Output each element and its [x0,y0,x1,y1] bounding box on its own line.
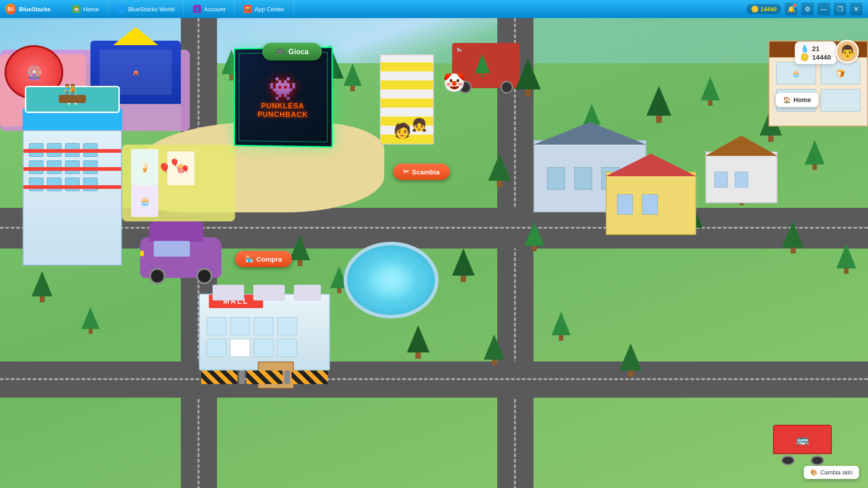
tree-25 [484,334,505,366]
bluestacks-logo[interactable]: BS BlueStacks [0,4,63,14]
buy-label: Compra [256,255,282,263]
stats-panel: 💧 21 🪙 14440 [795,42,836,64]
cambia-skin-icon: 🎨 [810,469,817,476]
hospital-body [23,130,122,266]
food-stall-3: 🧁 [131,185,158,217]
person-2: 👧 [411,117,427,132]
buy-icon: 🏪 [245,255,254,263]
house-2 [606,154,696,235]
tree-14 [289,235,310,266]
tree-10 [701,77,720,106]
balloon-2: 🎈 [170,158,179,168]
tree-3 [344,63,362,91]
home-map-button[interactable]: 🏠 Home [776,93,818,107]
tree-4 [475,54,490,78]
play-button-icon: 🎮 [276,47,285,56]
tab-world-label: BlueStacks World [128,6,175,13]
coins-value: 14440 [760,6,777,13]
tab-home[interactable]: 🏠 Home [63,0,108,18]
tab-app-center[interactable]: 📦 App Center [235,0,294,18]
balloon-1: 🎈 [158,163,170,174]
bluestacks-icon: BS [5,4,16,14]
car-body [140,237,222,278]
car-wheel-right [196,268,212,284]
gem-icon: 💧 [800,44,809,53]
tab-bluestacks-world[interactable]: 🌐 BlueStacks World [108,0,184,18]
tree-5 [515,59,541,97]
purple-car [140,237,222,278]
exchange-button[interactable]: ✂ Scambia [393,164,450,180]
tab-appcenter-label: App Center [255,6,284,13]
person-1: 🧑 [393,122,411,139]
coin-icon-stats: 🪙 [800,53,809,61]
notification-dot [793,4,797,7]
bluestacks-label: BlueStacks [19,6,51,13]
tree-7 [524,221,544,251]
tree-9 [646,86,671,123]
house-3 [705,136,778,203]
restore-button[interactable]: ❐ [834,3,846,15]
tree-12 [805,140,825,170]
gems-value: 21 [812,45,820,52]
cambia-skin-button[interactable]: 🎨 Cambia skin [804,466,859,479]
settings-button[interactable]: ⚙ [801,3,814,15]
coins-value-stats: 14440 [812,53,831,61]
clown-figure: 🤡 [443,72,466,94]
road-horizontal-bottom [0,361,868,398]
game-cube[interactable]: 👾 PUNKLESAPUNCHBACK [234,47,333,148]
game-canvas: 🎡 🎪 🍦 🍿 🧁 🎈 🎈 🎈 H [0,18,868,488]
coins-badge: 🪙 14440 [746,4,781,14]
tree-21 [836,244,856,274]
tree-22 [32,271,52,302]
exchange-label: Scambia [412,168,440,176]
construction-barriers [201,371,328,384]
home-map-label: Home [793,96,811,103]
play-button[interactable]: 🎮 Gioca [262,43,322,61]
tab-home-label: Home [83,6,99,13]
car-wheel-left [149,268,165,284]
tree-24 [407,325,429,359]
tab-account[interactable]: 👤 Account [184,0,235,18]
avatar-emoji: 👨 [840,44,855,59]
world-tab-icon: 🌐 [118,5,126,13]
gems-row: 💧 21 [800,44,831,53]
close-button[interactable]: ✕ [850,3,863,15]
pool [344,242,439,319]
cambia-skin-label: Cambia skin [820,469,853,476]
balloon-3: 🎈 [181,165,190,174]
tab-account-label: Account [204,6,225,13]
tree-20 [782,221,804,253]
player-avatar[interactable]: 👨 [835,40,859,63]
appcenter-tab-icon: 📦 [244,5,252,13]
account-tab-icon: 👤 [193,5,201,13]
buy-button[interactable]: 🏪 Compra [235,251,292,267]
tree-23 [81,307,99,334]
tree-16 [452,249,475,282]
taskbar: BS BlueStacks 🏠 Home 🌐 BlueStacks World … [0,0,868,18]
tree-26 [552,312,571,341]
car-windshield [154,241,190,257]
coins-icon: 🪙 [751,5,759,13]
car-roof [149,221,203,242]
food-stall-1: 🍦 [131,149,158,185]
bench-person: 🧑‍🤝‍🧑 [63,84,77,96]
taskbar-right: 🪙 14440 🔔 ⚙ — ❐ ✕ [746,3,868,15]
tree-6 [488,154,511,187]
play-button-label: Gioca [288,48,308,56]
red-bus: 🚌 [773,425,832,463]
notification-button[interactable]: 🔔 [785,3,797,15]
coins-row: 🪙 14440 [800,53,831,61]
exchange-icon: ✂ [403,168,409,176]
home-map-icon: 🏠 [783,96,791,103]
tree-27 [619,343,642,377]
home-tab-icon: 🏠 [72,5,80,13]
minimize-button[interactable]: — [817,3,830,15]
